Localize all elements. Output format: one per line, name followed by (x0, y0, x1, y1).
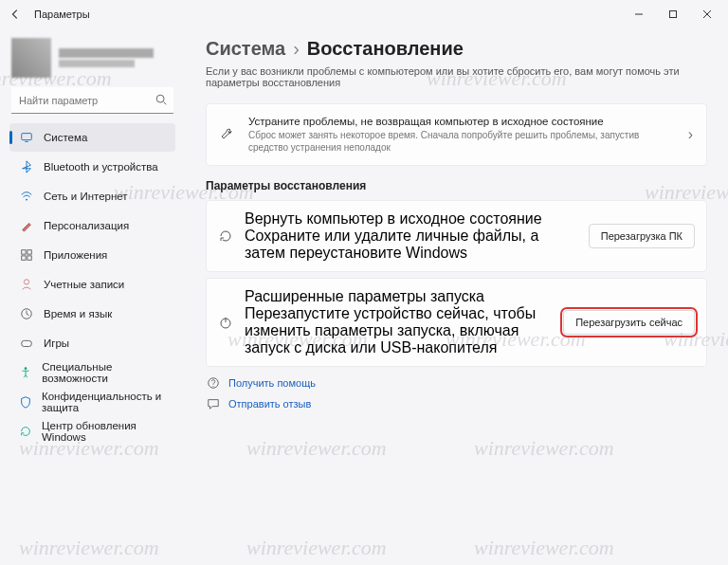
page-subtitle: Если у вас возникли проблемы с компьютер… (206, 65, 707, 88)
get-help-link[interactable]: Получить помощь (206, 376, 707, 390)
user-account-header[interactable] (9, 34, 175, 87)
row-title: Вернуть компьютер в исходное состояние (245, 210, 577, 228)
sidebar-item-gaming[interactable]: Игры (9, 329, 175, 357)
nav-list: Система Bluetooth и устройства Сеть и Ин… (9, 123, 175, 446)
svg-point-3 (26, 199, 27, 201)
close-button[interactable] (690, 2, 724, 27)
page-title: Восстановление (307, 38, 464, 60)
system-icon (19, 130, 34, 145)
sidebar: Система Bluetooth и устройства Сеть и Ин… (0, 28, 185, 565)
back-button[interactable] (4, 3, 27, 26)
sidebar-item-label: Персонализация (44, 220, 129, 231)
shield-icon (19, 394, 32, 410)
troubleshoot-card[interactable]: Устраните проблемы, не возвращая компьют… (206, 103, 707, 166)
section-header: Параметры восстановления (206, 179, 707, 192)
sidebar-item-label: Время и язык (44, 308, 112, 319)
minimize-button[interactable] (622, 2, 656, 27)
chevron-right-icon: › (293, 38, 300, 60)
row-desc: Сохраните или удалите личные файлы, а за… (245, 228, 577, 262)
sidebar-item-network[interactable]: Сеть и Интернет (9, 182, 175, 210)
svg-rect-0 (670, 11, 677, 18)
sidebar-item-time[interactable]: Время и язык (9, 300, 175, 328)
accessibility-icon (19, 365, 32, 380)
card-desc: Сброс может занять некоторое время. Снач… (248, 129, 675, 154)
help-icon (206, 376, 221, 390)
row-desc: Перезапустите устройство сейчас, чтобы и… (245, 305, 552, 356)
link-label: Получить помощь (228, 377, 316, 389)
sidebar-item-label: Сеть и Интернет (44, 191, 128, 202)
sidebar-item-label: Bluetooth и устройства (44, 161, 158, 173)
power-icon (218, 315, 233, 330)
account-icon (19, 277, 34, 292)
feedback-link[interactable]: Отправить отзыв (206, 397, 707, 410)
row-title: Расширенные параметры запуска (245, 288, 552, 305)
advanced-startup-row: Расширенные параметры запуска Перезапуст… (206, 278, 707, 367)
card-title: Устраните проблемы, не возвращая компьют… (248, 116, 675, 127)
sidebar-item-accessibility[interactable]: Специальные возможности (9, 358, 175, 387)
sidebar-item-label: Игры (44, 337, 69, 349)
apps-icon (19, 247, 34, 263)
svg-rect-5 (27, 250, 31, 254)
svg-point-14 (212, 386, 213, 387)
svg-rect-6 (22, 256, 26, 260)
avatar (11, 38, 51, 78)
settings-window: Параметры Система Bluetooth и устройства… (0, 0, 728, 565)
svg-point-11 (25, 367, 27, 370)
sidebar-item-label: Конфиденциальность и защита (42, 391, 166, 413)
wifi-icon (19, 189, 34, 204)
sidebar-item-label: Центр обновления Windows (42, 420, 166, 443)
maximize-button[interactable] (656, 2, 690, 27)
svg-point-8 (24, 280, 28, 284)
svg-rect-2 (22, 134, 32, 140)
sidebar-item-personalization[interactable]: Персонализация (9, 211, 175, 240)
sidebar-item-system[interactable]: Система (9, 123, 175, 152)
breadcrumb: Система › Восстановление (206, 38, 707, 60)
chevron-right-icon: › (688, 126, 693, 143)
search-box[interactable] (11, 87, 173, 114)
link-label: Отправить отзыв (228, 398, 311, 410)
titlebar: Параметры (0, 0, 728, 28)
update-icon (19, 424, 32, 439)
sidebar-item-bluetooth[interactable]: Bluetooth и устройства (9, 153, 175, 181)
svg-rect-10 (22, 340, 32, 346)
sidebar-item-label: Приложения (44, 249, 107, 261)
reset-pc-row: Вернуть компьютер в исходное состояние С… (206, 200, 707, 272)
search-input[interactable] (11, 87, 173, 114)
brush-icon (19, 218, 34, 233)
restart-now-button[interactable]: Перезагрузить сейчас (563, 310, 695, 335)
wrench-icon (220, 127, 235, 142)
sidebar-item-update[interactable]: Центр обновления Windows (9, 417, 175, 446)
sidebar-item-privacy[interactable]: Конфиденциальность и защита (9, 388, 175, 416)
reset-pc-button[interactable]: Перезагрузка ПК (589, 224, 695, 248)
feedback-icon (206, 397, 221, 410)
clock-icon (19, 306, 34, 321)
content-pane: Система › Восстановление Если у вас возн… (185, 28, 728, 565)
bluetooth-icon (19, 159, 34, 174)
search-icon (155, 93, 168, 110)
window-title: Параметры (34, 9, 90, 20)
sidebar-item-accounts[interactable]: Учетные записи (9, 270, 175, 299)
reset-icon (218, 228, 233, 244)
svg-rect-4 (22, 250, 26, 254)
svg-rect-7 (27, 256, 31, 260)
sidebar-item-apps[interactable]: Приложения (9, 241, 175, 269)
breadcrumb-root[interactable]: Система (206, 38, 285, 60)
svg-point-1 (156, 95, 164, 102)
sidebar-item-label: Учетные записи (44, 279, 124, 290)
sidebar-item-label: Специальные возможности (42, 361, 166, 384)
sidebar-item-label: Система (44, 132, 87, 143)
gaming-icon (19, 336, 34, 351)
